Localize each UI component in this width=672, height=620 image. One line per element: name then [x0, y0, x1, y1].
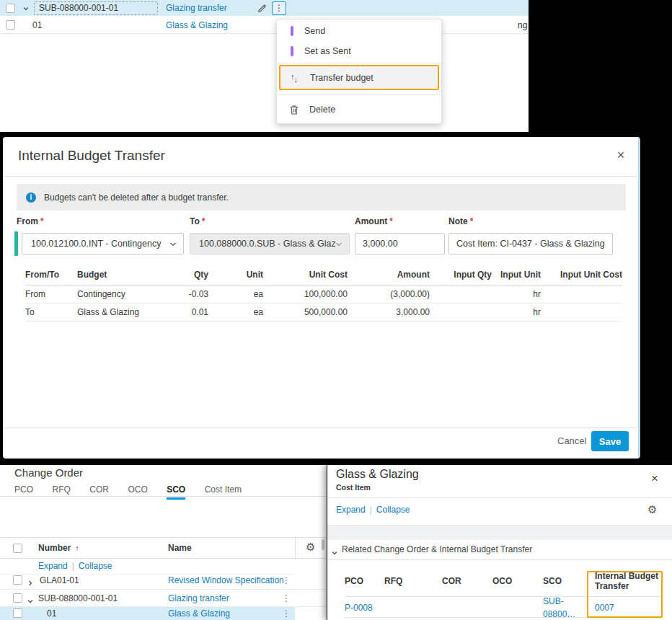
table-row[interactable]: GLA01-01 Revised Window Specification ⋮ — [0, 575, 327, 590]
amount-input[interactable] — [355, 233, 445, 254]
gear-icon[interactable]: ⚙ — [306, 541, 315, 552]
panel-title: Glass & Glazing — [336, 468, 419, 481]
col-header: Unit — [208, 265, 263, 285]
menu-item-transfer-budget[interactable]: ↑↓ Transfer budget — [279, 65, 439, 90]
menu-divider — [277, 63, 441, 63]
row-name-link[interactable]: Revised Window Specification — [168, 575, 284, 585]
from-select[interactable]: 100.012100.0.INT - Contingency — [22, 233, 184, 254]
row-name-link[interactable]: Glazing transfer — [166, 0, 227, 17]
col-header-rfq: RFQ — [384, 576, 442, 586]
truncated-text-fragment: ng — [518, 17, 527, 34]
to-label: To* — [190, 216, 205, 226]
menu-item-label: Set as Sent — [304, 46, 351, 56]
col-header-pco: PCO — [345, 576, 384, 586]
highlight-box-internal-budget-transfer — [587, 571, 663, 618]
panel-title: Change Order — [14, 466, 83, 479]
sco-link[interactable]: SUB-08800… — [543, 596, 575, 619]
menu-item-set-as-sent[interactable]: Set as Sent — [277, 41, 441, 61]
table-row-to: To Glass & Glazing 0.01 ea 500,000.00 3,… — [25, 303, 622, 321]
row-name-link[interactable]: Glazing transfer — [168, 593, 229, 603]
column-header-name[interactable]: Name — [168, 538, 192, 558]
from-label: From* — [17, 216, 44, 226]
chevron-down-icon — [169, 240, 177, 247]
note-input[interactable] — [448, 233, 613, 254]
related-section-header[interactable]: Related Change Order & Internal Budget T… — [327, 540, 672, 560]
table-row-selected[interactable]: 01 Glass & Glazing ⋮ — [0, 607, 327, 620]
menu-divider — [277, 94, 441, 95]
close-icon[interactable]: × — [647, 471, 663, 487]
chevron-right-icon[interactable] — [27, 577, 34, 584]
collapse-link[interactable]: Collapse — [376, 505, 410, 515]
col-header: Input Unit Cost — [541, 265, 622, 285]
row-name-link[interactable]: Glass & Glazing — [168, 608, 230, 619]
tab-sco[interactable]: SCO — [167, 484, 185, 500]
change-order-tabs: PCO RFQ COR OCO SCO Cost Item — [14, 482, 257, 497]
col-header-oco: OCO — [492, 576, 543, 586]
table-row-child[interactable]: 01 Glass & Glazing ng — [0, 17, 529, 34]
sort-asc-icon: ↑ — [75, 544, 79, 552]
table-row-selected[interactable]: SUB-088000-001-01 Glazing transfer ⋮ — [0, 0, 529, 17]
row-checkbox[interactable] — [13, 593, 22, 603]
row-checkbox[interactable] — [6, 4, 15, 13]
cell — [541, 285, 622, 303]
cell: Glass & Glazing — [77, 303, 164, 321]
cell: Contingency — [77, 285, 164, 303]
divider — [327, 497, 672, 498]
cell: 500,000.00 — [263, 303, 348, 321]
gear-icon[interactable]: ⚙ — [647, 504, 657, 515]
chevron-down-icon — [331, 546, 338, 554]
from-field-indicator — [14, 231, 18, 256]
required-marker: * — [389, 216, 393, 226]
edit-pencil-icon[interactable] — [257, 3, 268, 14]
info-banner-text: Budgets can't be deleted after a budget … — [44, 192, 229, 203]
number-edit-cell[interactable]: SUB-088000-001-01 — [34, 1, 158, 15]
send-icon — [291, 26, 293, 36]
expand-link[interactable]: Expand — [336, 505, 366, 515]
cancel-button[interactable]: Cancel — [553, 433, 591, 449]
separator: | — [370, 505, 372, 515]
close-icon[interactable]: × — [613, 147, 629, 163]
save-button[interactable]: Save — [591, 431, 629, 451]
col-header: Input Unit — [492, 265, 541, 285]
cell: -0.03 — [164, 285, 208, 303]
column-divider — [295, 537, 296, 559]
row-checkbox[interactable] — [13, 575, 22, 585]
pco-link[interactable]: P-0008 — [345, 603, 373, 613]
menu-item-label: Send — [304, 26, 325, 36]
cell: 100,000.00 — [263, 285, 348, 303]
kebab-menu-icon[interactable]: ⋮ — [282, 593, 289, 603]
chevron-down-icon[interactable] — [27, 595, 34, 602]
col-header: Unit Cost — [263, 265, 348, 285]
cost-item-detail-panel: Glass & Glazing Cost Item × Expand|Colla… — [327, 465, 672, 620]
row-name-link[interactable]: Glass & Glazing — [166, 17, 228, 34]
column-header-number[interactable]: Number↑ — [38, 538, 79, 558]
row-number: GLA01-01 — [40, 575, 79, 585]
row-kebab-menu-button[interactable]: ⋮ — [272, 1, 286, 15]
kebab-menu-icon[interactable]: ⋮ — [282, 608, 289, 619]
panel-subtitle: Cost Item — [336, 483, 371, 492]
collapse-link[interactable]: Collapse — [79, 561, 112, 571]
transfer-preview-table: From/To Budget Qty Unit Unit Cost Amount… — [25, 265, 622, 322]
col-header: Budget — [77, 265, 164, 285]
panel-section-gap — [327, 526, 672, 540]
menu-item-delete[interactable]: Delete — [277, 99, 441, 120]
scrollbar-thumb[interactable] — [322, 539, 324, 550]
to-select[interactable]: 100.088000.0.SUB - Glass & Glazi... — [190, 233, 350, 254]
menu-item-label: Transfer budget — [310, 73, 373, 83]
menu-item-send[interactable]: Send — [277, 21, 441, 41]
modal-title: Internal Budget Transfer — [18, 148, 165, 164]
row-context-menu: Send Set as Sent ↑↓ Transfer budget Dele… — [276, 19, 442, 124]
table-row[interactable]: SUB-088000-001-01 Glazing transfer ⋮ — [0, 590, 327, 607]
cell: From — [25, 285, 77, 303]
note-label: Note* — [448, 216, 473, 226]
chevron-down-icon[interactable] — [22, 5, 30, 12]
expand-link[interactable]: Expand — [38, 561, 68, 571]
change-order-panel: Change Order PCO RFQ COR OCO SCO Cost It… — [0, 465, 327, 620]
row-checkbox[interactable] — [13, 608, 22, 618]
select-all-checkbox[interactable] — [13, 544, 22, 553]
row-checkbox[interactable] — [6, 20, 15, 30]
kebab-menu-icon[interactable]: ⋮ — [282, 575, 289, 585]
table-row-from: From Contingency -0.03 ea 100,000.00 (3,… — [25, 285, 622, 303]
sco-table-section: SUB-088000-001-01 Glazing transfer ⋮ 01 … — [0, 0, 529, 132]
set-as-sent-icon — [291, 46, 293, 56]
